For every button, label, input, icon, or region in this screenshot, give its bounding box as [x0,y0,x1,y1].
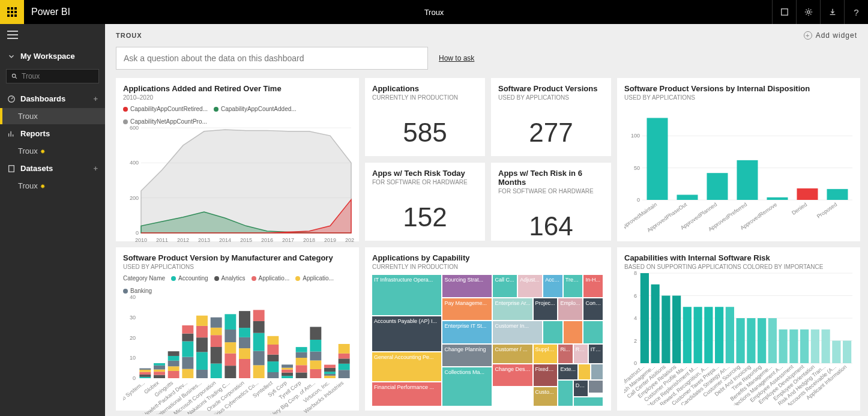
svg-rect-131 [324,365,336,368]
treemap-cell[interactable]: Sourcing Strat... [442,275,492,297]
reports-icon [7,130,16,138]
treemap-cell[interactable]: Ri... [558,345,572,363]
treemap-cell[interactable]: Change Desi... [493,364,532,387]
treemap-cell[interactable] [558,381,572,406]
treemap-cell[interactable]: Customer / ... [493,345,532,363]
treemap-cell[interactable]: Fixed-A... [534,364,558,387]
sidebar-item-troux-dashboard[interactable]: Troux [0,108,105,124]
svg-rect-169 [747,318,755,363]
treemap-cell[interactable]: Conta... [583,298,603,321]
svg-rect-93 [239,337,250,348]
sidebar-item-troux-report[interactable]: Troux✸ [0,143,105,159]
tile-disposition-chart[interactable]: Software Product Versions by Internal Di… [617,78,860,241]
svg-text:600: 600 [130,125,139,131]
treemap-cell[interactable] [574,397,603,406]
tile-software-versions[interactable]: Software Product Versions Used by Applic… [491,78,611,156]
tile-risk-today[interactable]: Apps w/ Tech Risk Today For Software or … [365,163,485,241]
svg-rect-52 [139,370,151,372]
fullscreen-button[interactable] [772,0,796,24]
treemap-cell[interactable]: Change Planning [442,345,492,367]
tile-manufacturer-chart[interactable]: Software Product Version by Manufacturer… [116,247,359,411]
treemap-cell[interactable]: Enterprise IT St... [442,321,492,343]
svg-rect-155 [672,296,681,364]
nav-section-reports[interactable]: Reports [0,124,105,143]
treemap-cell[interactable]: Exte... [558,364,577,380]
treemap-cell[interactable] [543,321,562,343]
app-launcher-button[interactable] [0,0,24,24]
chevron-down-icon [7,52,16,61]
svg-rect-49 [139,377,151,378]
download-button[interactable] [820,0,844,24]
svg-text:4: 4 [634,315,637,321]
treemap-cell[interactable]: In-H... [583,275,603,297]
treemap-cell[interactable]: Projec... [534,298,558,321]
svg-rect-87 [225,342,236,354]
treemap-cell[interactable]: Re... [574,345,588,363]
svg-rect-115 [296,372,307,378]
nav-section-dashboards[interactable]: Dashboards + [0,89,105,108]
svg-rect-161 [704,307,713,363]
svg-rect-153 [662,296,670,364]
svg-text:Denied: Denied [791,201,808,216]
svg-rect-61 [168,371,179,378]
svg-rect-119 [296,347,307,352]
svg-text:Proposed: Proposed [816,201,838,219]
treemap-cell[interactable]: Enterprise Ar... [493,298,532,321]
svg-rect-70 [182,334,193,342]
treemap-cell[interactable] [564,321,583,343]
treemap-cell[interactable]: Pay Manageme... [442,298,492,321]
how-to-ask-link[interactable]: How to ask [439,54,474,62]
svg-rect-73 [196,370,208,378]
treemap-cell[interactable]: General Accounting Pe... [372,352,441,381]
area-chart: 0200400600201020112012201320142015201620… [123,125,354,245]
workspace-header[interactable]: My Workspace [0,46,105,67]
svg-rect-56 [154,372,165,375]
treemap-cell[interactable]: Financial Performance ... [372,382,441,406]
treemap-cell[interactable]: Adjust... [518,275,542,297]
treemap-cell[interactable]: Collections Ma... [442,367,492,406]
add-dataset-button[interactable]: + [93,164,98,173]
treemap-cell[interactable]: Supplie... [534,345,558,363]
svg-rect-185 [832,341,840,364]
add-dashboard-button[interactable]: + [93,94,98,103]
svg-text:200: 200 [130,195,139,201]
tile-risk-6months[interactable]: Apps w/ Tech Risk in 6 Months For Softwa… [491,163,611,241]
treemap-cell[interactable]: Call C... [493,275,517,297]
svg-rect-118 [296,352,307,358]
svg-text:20: 20 [130,335,136,341]
help-button[interactable]: ? [844,0,868,24]
qna-input[interactable] [116,47,428,70]
treemap-cell[interactable] [583,321,603,343]
treemap-cell[interactable]: IT Infrastructure Opera... [372,275,441,315]
sidebar-item-troux-dataset[interactable]: Troux✸ [0,178,105,194]
tile-risk-caps-chart[interactable]: Capabilities with Internal Software Risk… [617,247,860,411]
treemap-cell[interactable]: Acco... [543,275,562,297]
treemap-cell[interactable]: De... [574,381,588,396]
tile-apps-in-production[interactable]: Applications Currently in Production 585 [365,78,485,156]
treemap-cell[interactable]: Accounts Payable (AP) I... [372,316,441,352]
sidebar-search[interactable]: Troux [6,69,99,83]
star-icon: ✸ [40,183,45,190]
settings-button[interactable] [796,0,820,24]
svg-rect-91 [239,359,250,378]
tile-capability-treemap[interactable]: Applications by Capability Currently in … [365,247,611,411]
svg-rect-100 [253,321,265,333]
tile-apps-over-time[interactable]: Applications Added and Retired Over Time… [116,78,359,241]
treemap-cell[interactable]: Trea... [564,275,583,297]
chart-legend: Category Name Accounting Analytics Appli… [123,275,352,294]
svg-text:2: 2 [634,338,637,344]
svg-rect-77 [196,316,208,326]
treemap-cell[interactable]: Customer In... [493,321,542,343]
treemap-cell[interactable] [591,364,603,380]
menu-toggle-button[interactable] [7,31,18,39]
treemap-cell[interactable]: Custo... [534,387,558,406]
add-widget-button[interactable]: +Add widget [804,31,857,40]
treemap-cell[interactable] [589,381,603,393]
treemap-cell[interactable] [579,364,590,380]
nav-section-datasets[interactable]: Datasets + [0,159,105,178]
treemap-cell[interactable]: IT ... [589,345,603,363]
svg-text:400: 400 [130,160,139,166]
svg-text:2016: 2016 [261,237,273,243]
treemap-cell[interactable]: Emplo... [558,298,582,321]
svg-rect-42 [827,189,848,200]
